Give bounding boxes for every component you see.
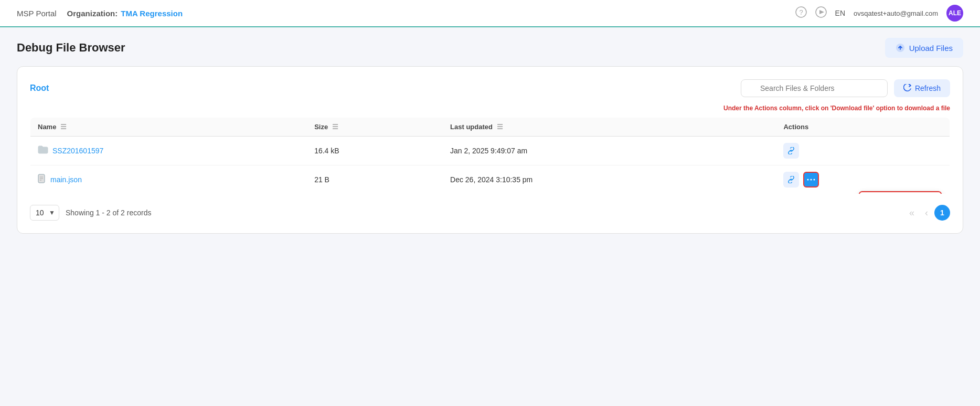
top-nav: MSP Portal Organization: TMA Regression … (0, 0, 980, 27)
page-header: Debug File Browser Upload Files (0, 27, 980, 66)
link-button-row2[interactable] (783, 172, 799, 188)
action-cell-row2: Download file Move to folder Delete (783, 172, 942, 188)
folder-icon (38, 145, 48, 157)
nav-language[interactable]: EN (835, 9, 845, 17)
svg-marker-3 (819, 10, 824, 14)
file-size-cell: 21 B (307, 165, 443, 194)
action-cell-row1 (783, 143, 942, 159)
file-name-cell: main.json (30, 165, 307, 194)
col-actions: Actions (776, 118, 950, 137)
doc-icon (38, 174, 46, 185)
refresh-button[interactable]: Refresh (894, 79, 950, 97)
svg-point-11 (807, 179, 809, 181)
more-actions-button[interactable] (803, 172, 819, 188)
prev-page-button[interactable]: ‹ (921, 205, 932, 221)
actions-dropdown: Download file Move to folder Delete (858, 191, 942, 194)
per-page-select[interactable]: 10 25 50 (30, 205, 59, 221)
first-page-button[interactable]: « (905, 205, 919, 221)
size-filter-icon[interactable]: ☰ (332, 123, 338, 131)
nav-org-label: Organization: (67, 9, 118, 18)
table-row: main.json 21 B Dec 26, 2024 3:10:35 pm (30, 165, 950, 194)
col-last-updated: Last updated ☰ (443, 118, 776, 137)
svg-point-13 (814, 179, 815, 181)
col-size: Size ☰ (307, 118, 443, 137)
nav-brand: MSP Portal (17, 9, 57, 18)
file-table: Name ☰ Size ☰ Last updated ☰ (30, 117, 950, 194)
file-size-cell: 16.4 kB (307, 137, 443, 165)
root-breadcrumb[interactable]: Root (30, 84, 49, 93)
folder-link[interactable]: SSZ201601597 (38, 145, 300, 157)
page-title: Debug File Browser (17, 41, 125, 55)
play-icon[interactable] (815, 6, 827, 20)
help-icon[interactable]: ? (795, 6, 807, 20)
file-link[interactable]: main.json (38, 174, 300, 185)
last-updated-filter-icon[interactable]: ☰ (497, 123, 503, 131)
per-page-wrapper: 10 25 50 ▼ (30, 205, 59, 221)
file-browser-card: Root Refresh (17, 66, 963, 234)
showing-text: Showing 1 - 2 of 2 records (66, 209, 151, 217)
search-input[interactable] (741, 79, 888, 97)
refresh-icon (903, 84, 912, 92)
table-row: SSZ201601597 16.4 kB Jan 2, 2025 9:49:07… (30, 137, 950, 165)
svg-point-12 (811, 179, 812, 181)
annotation-text: Under the Actions column, click on 'Down… (30, 103, 950, 113)
main-content: Root Refresh (0, 66, 980, 251)
browser-toolbar: Root Refresh (30, 79, 950, 97)
file-updated-cell: Dec 26, 2024 3:10:35 pm (443, 165, 776, 194)
file-actions-cell (776, 137, 950, 165)
upload-files-button[interactable]: Upload Files (885, 38, 963, 58)
nav-email: ovsqatest+auto@gmail.com (854, 9, 938, 17)
col-name: Name ☰ (30, 118, 307, 137)
file-actions-cell: Download file Move to folder Delete (776, 165, 950, 194)
folder-name: SSZ201601597 (52, 147, 103, 155)
toolbar-right: Refresh (741, 79, 950, 97)
nav-org-name: TMA Regression (121, 9, 183, 18)
link-button-row1[interactable] (783, 143, 799, 159)
pagination-controls: « ‹ 1 (905, 205, 950, 221)
table-header-row: Name ☰ Size ☰ Last updated ☰ (30, 118, 950, 137)
nav-avatar: ALE (946, 5, 963, 22)
current-page-number: 1 (934, 205, 950, 221)
pagination-bar: 10 25 50 ▼ Showing 1 - 2 of 2 records « … (30, 205, 950, 221)
dropdown-download[interactable]: Download file (859, 191, 942, 194)
svg-text:?: ? (799, 8, 803, 16)
file-name-cell: SSZ201601597 (30, 137, 307, 165)
name-filter-icon[interactable]: ☰ (60, 123, 67, 131)
search-wrapper (741, 79, 888, 97)
file-updated-cell: Jan 2, 2025 9:49:07 am (443, 137, 776, 165)
upload-icon (896, 43, 905, 53)
nav-right: ? EN ovsqatest+auto@gmail.com ALE (795, 5, 963, 22)
file-name: main.json (50, 175, 82, 184)
